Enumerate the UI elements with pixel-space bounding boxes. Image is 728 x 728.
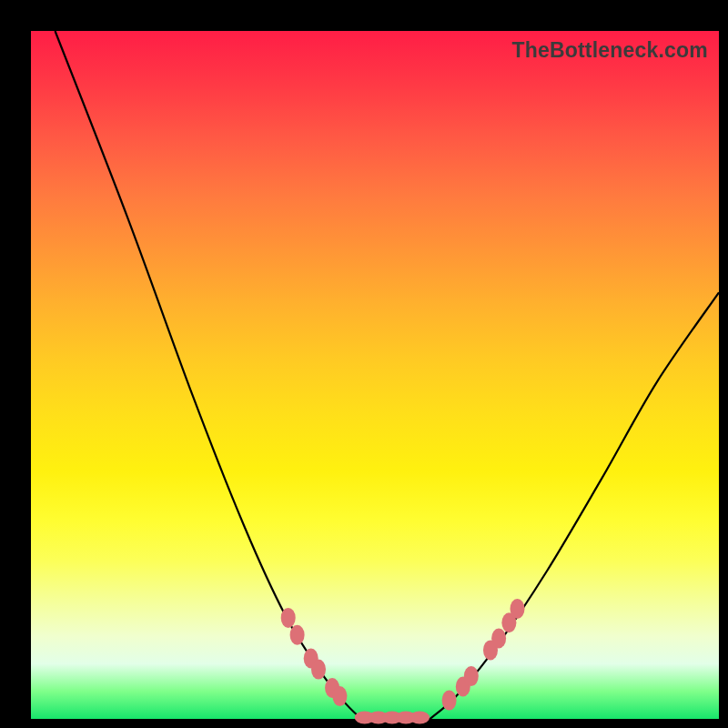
curve-left-branch xyxy=(56,31,361,719)
bead-marker xyxy=(464,666,479,686)
bead-cluster-bottom xyxy=(355,712,430,724)
bead-marker xyxy=(442,691,457,711)
bead-marker xyxy=(491,629,506,649)
bead-marker xyxy=(332,686,347,706)
bead-cluster-left xyxy=(281,608,348,706)
bead-marker xyxy=(281,608,296,628)
bead-marker xyxy=(311,660,326,680)
bottleneck-curve xyxy=(31,31,719,719)
bead-marker xyxy=(511,599,525,619)
bead-marker xyxy=(410,712,430,724)
curve-right-branch xyxy=(430,292,720,719)
bead-cluster-right xyxy=(442,599,525,711)
bead-marker xyxy=(290,625,305,645)
gradient-plot-area: TheBottleneck.com xyxy=(31,31,719,719)
